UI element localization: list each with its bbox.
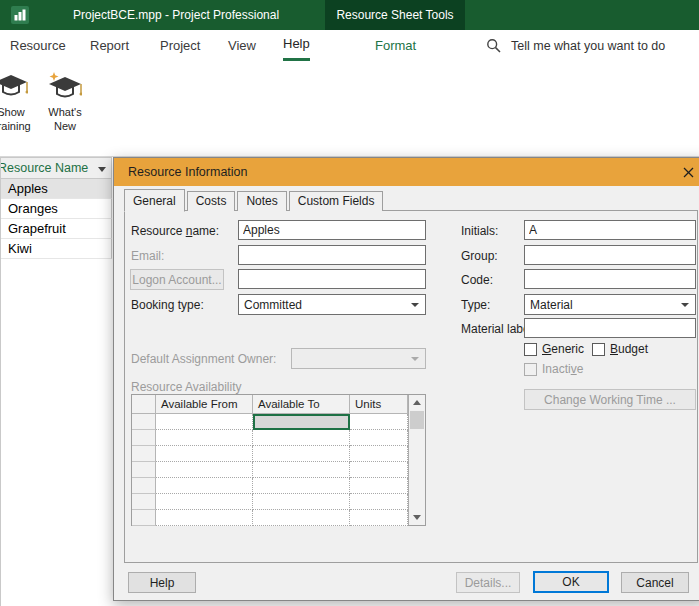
logon-account-input[interactable] [238,269,426,289]
grid-row [132,462,425,478]
grid-cell[interactable] [156,430,253,446]
grid-cell[interactable] [156,494,253,510]
grid-cell[interactable] [253,494,350,510]
grid-row [132,510,425,526]
tab-notes[interactable]: Notes [237,191,286,211]
email-label: Email: [131,249,164,263]
grid-cell[interactable] [156,478,253,494]
grid-cell[interactable] [156,510,253,526]
grid-cell[interactable] [253,430,350,446]
dialog-tab-strip: General Costs Notes Custom Fields [124,189,385,211]
grid-cell[interactable] [253,510,350,526]
sheet-row-oranges[interactable]: Oranges [1,199,112,219]
grid-cell[interactable] [350,446,408,462]
code-input[interactable] [524,269,696,289]
grid-row-header[interactable] [132,462,156,478]
booking-type-value: Committed [244,298,302,312]
graduation-cap-sparkle-icon [48,69,82,105]
grid-cell[interactable] [253,478,350,494]
change-working-time-button: Change Working Time ... [524,389,696,410]
availability-grid-header: Available From Available To Units [132,395,425,414]
cancel-button[interactable]: Cancel [621,572,689,593]
tab-costs[interactable]: Costs [187,191,236,211]
resource-name-column-header[interactable]: Resource Name [1,157,112,179]
material-label-input[interactable] [524,318,696,338]
grid-cell[interactable] [350,462,408,478]
ribbon-tab-format[interactable]: Format [375,30,416,61]
scroll-down-icon[interactable] [409,510,425,525]
resource-name-input[interactable] [238,220,426,240]
ribbon-tab-row: Resource Report Project View Help Format… [0,30,699,61]
whats-new-button[interactable]: What's New [38,69,92,149]
grid-row-header[interactable] [132,446,156,462]
grid-row [132,446,425,462]
ribbon-tab-help[interactable]: Help [283,30,310,61]
default-assignment-owner-dropdown [291,348,426,369]
project-app-icon [11,6,29,24]
details-button: Details... [456,572,520,593]
ok-button[interactable]: OK [533,571,609,593]
grid-cell[interactable] [350,494,408,510]
grid-column-units[interactable]: Units [350,395,408,414]
default-assignment-owner-label: Default Assignment Owner: [131,352,276,366]
column-filter-arrow-icon[interactable] [98,167,106,172]
email-input[interactable] [238,245,426,265]
grid-row-header[interactable] [132,430,156,446]
checkbox-box [524,363,537,376]
contextual-tab-group-label: Resource Sheet Tools [336,8,453,22]
initials-label: Initials: [461,224,498,238]
title-bar: ProjectBCE.mpp - Project Professional Re… [0,0,699,30]
grid-row-header[interactable] [132,478,156,494]
grid-cell[interactable] [253,446,350,462]
show-training-button[interactable]: Show Training [0,69,38,149]
grid-cell[interactable] [156,446,253,462]
sheet-row-apples[interactable]: Apples [1,179,112,199]
grid-cell[interactable] [350,478,408,494]
grid-cell[interactable] [350,430,408,446]
grid-row-header[interactable] [132,510,156,526]
dialog-title-bar: Resource Information [114,158,699,186]
ribbon-tab-project[interactable]: Project [160,30,200,61]
type-dropdown[interactable]: Material [524,294,696,315]
sheet-row-grapefruit[interactable]: Grapefruit [1,219,112,239]
ribbon-tab-resource[interactable]: Resource [10,30,66,61]
scrollbar-thumb[interactable] [410,411,424,429]
help-button[interactable]: Help [128,572,196,593]
resource-name-label: Resource name: [131,224,219,238]
grid-column-available-from[interactable]: Available From [156,395,253,414]
availability-grid-body [132,414,425,526]
grid-cell[interactable] [253,414,350,430]
show-training-label-1: Show [0,105,25,119]
grid-column-available-to[interactable]: Available To [253,395,350,414]
grid-vertical-scrollbar[interactable] [408,395,425,525]
chevron-down-icon [681,303,689,307]
group-input[interactable] [524,245,696,265]
booking-type-dropdown[interactable]: Committed [238,294,426,315]
grid-cell[interactable] [253,462,350,478]
tell-me-label: Tell me what you want to do [511,39,665,53]
sheet-row-kiwi[interactable]: Kiwi [1,239,112,259]
grid-row [132,430,425,446]
column-header-label: Resource Name [1,161,88,175]
grid-cell[interactable] [156,414,253,430]
grid-row-header[interactable] [132,414,156,430]
grid-row-header[interactable] [132,494,156,510]
budget-checkbox[interactable]: Budget [592,342,648,356]
window-title: ProjectBCE.mpp - Project Professional [73,8,279,22]
tab-custom-fields[interactable]: Custom Fields [289,191,384,211]
ribbon-tab-view[interactable]: View [228,30,256,61]
tab-general[interactable]: General [124,189,185,212]
generic-checkbox[interactable]: Generic [524,342,584,356]
initials-input[interactable] [524,220,696,240]
availability-grid: Available From Available To Units [131,394,426,526]
ribbon-content: Show Training What's New [0,61,699,157]
scroll-up-icon[interactable] [409,395,425,410]
graduation-cap-icon [0,69,28,105]
type-label: Type: [461,298,490,312]
tell-me-search[interactable]: Tell me what you want to do [486,30,665,61]
grid-cell[interactable] [156,462,253,478]
ribbon-tab-report[interactable]: Report [90,30,129,61]
dialog-close-button[interactable] [668,158,699,186]
grid-cell[interactable] [350,510,408,526]
grid-cell[interactable] [350,414,408,430]
